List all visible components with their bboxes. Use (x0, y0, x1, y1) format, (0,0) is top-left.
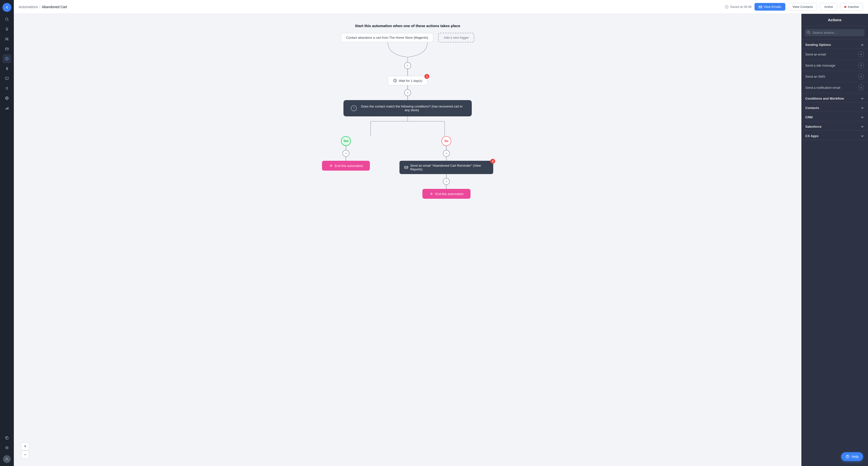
condition-node[interactable]: ? Does the contact match the following c… (343, 100, 472, 116)
add-send-email[interactable]: + (858, 51, 864, 57)
help-icon (845, 455, 849, 459)
saved-info: Saved at 09:46 (725, 5, 751, 9)
trigger-box[interactable]: Contact abandons a cart from The Home St… (341, 33, 434, 42)
action-send-sms[interactable]: Send an SMS + (801, 71, 868, 82)
contacts-section: Contacts (801, 103, 868, 112)
svg-rect-24 (405, 166, 408, 168)
no-badge: No (441, 136, 451, 146)
email-icon-node (404, 165, 408, 169)
chevron-up-icon (861, 43, 864, 46)
sidebar-item-lists[interactable] (2, 84, 11, 93)
sidebar-item-contacts[interactable] (2, 35, 11, 43)
clock-icon (725, 5, 728, 9)
sidebar-item-chat[interactable] (2, 74, 11, 83)
wait-label: Wait for 1 day(s) (399, 79, 423, 82)
branch-connector (343, 116, 472, 136)
breadcrumb-parent[interactable]: Automations (19, 5, 38, 9)
salesforce-label: Salesforce (805, 125, 822, 129)
flow-canvas: Start this automation when one of these … (14, 14, 801, 466)
cx-apps-section: CX Apps (801, 131, 868, 140)
search-input[interactable] (805, 29, 865, 36)
end-icon-1 (329, 164, 333, 168)
branch-lines-svg (343, 116, 472, 136)
end-node-1[interactable]: End this automation (322, 161, 370, 171)
condition-label: Does the contact match the following con… (359, 104, 464, 112)
email-icon (759, 5, 762, 9)
sidebar-item-settings[interactable] (2, 443, 11, 452)
svg-rect-12 (6, 437, 8, 439)
chevron-down-icon-3 (861, 115, 864, 119)
yes-v-line (346, 146, 346, 150)
chevron-down-icon-2 (861, 106, 864, 110)
yes-add-step[interactable]: + (342, 150, 349, 157)
wait-node[interactable]: Wait for 1 day(s) (388, 76, 428, 85)
sending-options-header[interactable]: Sending Options (801, 39, 868, 48)
svg-point-14 (6, 458, 8, 459)
right-panel: Actions Sending Options Send an email (801, 14, 868, 466)
no-v-line (446, 146, 446, 150)
add-send-sms[interactable]: + (858, 73, 864, 79)
send-notification-label: Send a notification email (805, 86, 840, 90)
help-button[interactable]: Help (841, 452, 863, 461)
end-node-2[interactable]: End this automation (423, 189, 470, 199)
sidebar-item-revenue[interactable] (2, 64, 11, 73)
chevron-down-icon-5 (861, 134, 864, 138)
sidebar-item-automations[interactable] (2, 54, 11, 63)
saved-text: Saved at 09:46 (730, 5, 751, 9)
action-send-email[interactable]: Send an email + (801, 48, 868, 60)
help-label: Help (851, 455, 859, 459)
zoom-out-button[interactable]: − (21, 451, 29, 459)
sidebar-item-globe[interactable] (2, 94, 11, 103)
chevron-down-icon-4 (861, 125, 864, 129)
sidebar-item-copy[interactable] (2, 433, 11, 442)
condition-icon: ? (351, 105, 357, 111)
svg-rect-10 (7, 108, 7, 109)
send-email-container: Send an email "Abandoned Cart Reminder" … (399, 161, 493, 174)
sidebar-item-reports[interactable] (2, 104, 11, 112)
flow-wrap: Start this automation when one of these … (29, 24, 786, 199)
cx-apps-header[interactable]: CX Apps (801, 131, 868, 140)
v-line-1 (407, 69, 408, 73)
add-send-site-message[interactable]: + (858, 62, 864, 68)
user-avatar[interactable] (3, 455, 11, 463)
end-icon-2 (429, 192, 433, 196)
add-step-2[interactable]: + (404, 89, 411, 96)
view-contacts-button[interactable]: View Contacts (788, 3, 817, 10)
add-step-1[interactable]: + (404, 62, 411, 69)
action-send-notification[interactable]: Send a notification email + (801, 82, 868, 93)
panel-title: Actions (801, 14, 868, 26)
triggers-row: Contact abandons a cart from The Home St… (341, 33, 474, 42)
conditions-workflow-header[interactable]: Conditions and Workflow (801, 93, 868, 102)
add-send-notification[interactable]: + (858, 85, 864, 91)
crm-label: CRM (805, 115, 813, 119)
zoom-in-button[interactable]: + (21, 442, 29, 450)
send-email-node[interactable]: Send an email "Abandoned Cart Reminder" … (399, 161, 493, 174)
contacts-label: Contacts (805, 106, 819, 110)
conditions-workflow-section: Conditions and Workflow (801, 93, 868, 103)
search-icon (807, 31, 810, 35)
cx-apps-label: CX Apps (805, 134, 819, 138)
crm-section: CRM (801, 112, 868, 121)
no-add-step[interactable]: + (443, 150, 450, 157)
zoom-controls: + − (21, 442, 29, 459)
clock-icon-wait (393, 79, 397, 82)
sidebar-item-search[interactable] (2, 15, 11, 24)
inactive-button[interactable]: Inactive (840, 3, 863, 10)
crm-header[interactable]: CRM (801, 112, 868, 121)
action-send-site-message[interactable]: Send a site message + (801, 60, 868, 71)
contacts-header[interactable]: Contacts (801, 103, 868, 112)
sidebar-toggle[interactable] (2, 3, 11, 12)
svg-rect-11 (8, 107, 8, 109)
yes-branch: Yes + End this automation (322, 136, 370, 171)
chevron-down-icon-1 (861, 97, 864, 100)
salesforce-header[interactable]: Salesforce (801, 121, 868, 130)
no-add-step-2[interactable]: + (443, 178, 450, 185)
view-emails-button[interactable]: View Emails (754, 3, 785, 10)
active-button[interactable]: Active (820, 3, 837, 10)
sidebar-item-lightbulb[interactable] (2, 25, 11, 34)
merge-connector (363, 42, 452, 62)
sidebar-item-email[interactable] (2, 44, 11, 53)
add-trigger-box[interactable]: Add a new trigger (438, 33, 474, 42)
wait-container: Wait for 1 day(s) 1 (388, 76, 428, 85)
svg-point-1 (6, 38, 7, 39)
